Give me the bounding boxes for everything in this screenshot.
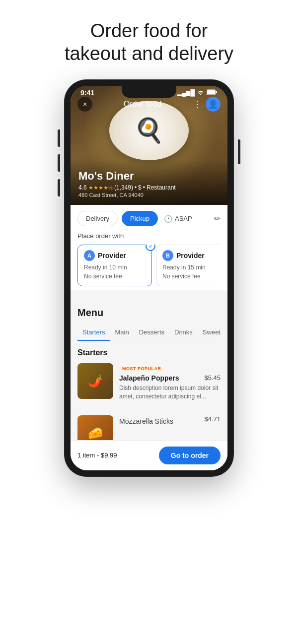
place-order-label: Place order with bbox=[77, 232, 221, 240]
provider-header-1: A Provider bbox=[84, 250, 146, 261]
bottom-order-bar: 1 item - $9.99 Go to order bbox=[71, 440, 227, 470]
item-name-1: Jalapeño Poppers bbox=[119, 374, 179, 382]
provider-badge-a: A bbox=[84, 250, 95, 261]
restaurant-address: 480 Cast Street, CA 94040 bbox=[78, 192, 220, 198]
separator2: • bbox=[143, 184, 145, 191]
user-icon: 👤 bbox=[208, 100, 218, 109]
menu-tabs: Starters Main Desserts Drinks Sweets & T… bbox=[77, 324, 221, 341]
svg-rect-1 bbox=[207, 90, 215, 94]
popular-badge: MOST POPULAR bbox=[119, 365, 164, 372]
stars-icon: ★★★★½ bbox=[88, 185, 113, 191]
restaurant-info-overlay: Mo's Diner 4.6 ★★★★½ (1,349) • $ • Resta… bbox=[71, 160, 227, 205]
asap-label: ASAP bbox=[175, 215, 192, 222]
selected-check-icon: ✓ bbox=[146, 245, 155, 251]
item-name-2: Mozzarella Sticks bbox=[119, 415, 173, 425]
asap-selector[interactable]: 🕐 ASAP bbox=[164, 215, 192, 223]
tab-drinks[interactable]: Drinks bbox=[169, 324, 198, 341]
volume-down-button bbox=[58, 154, 60, 172]
pickup-button[interactable]: Pickup bbox=[122, 211, 158, 226]
tab-sweets[interactable]: Sweets & Treats bbox=[198, 324, 221, 341]
provider-header-2: B Provider bbox=[162, 250, 221, 261]
svg-rect-2 bbox=[216, 91, 217, 93]
signal-icon: ▂▄▆█ bbox=[177, 89, 195, 96]
separator: • bbox=[135, 184, 137, 191]
notch bbox=[122, 86, 176, 98]
hero-image: 🍳 9:41 ▂▄▆█ bbox=[71, 86, 227, 205]
status-icons: ▂▄▆█ bbox=[177, 89, 218, 97]
content-area: Delivery Pickup 🕐 ASAP ✏ Place order wit… bbox=[71, 205, 227, 290]
tab-starters[interactable]: Starters bbox=[77, 324, 110, 341]
provider-name-2: Provider bbox=[176, 252, 205, 259]
top-navigation: × Order food ⋮ 👤 bbox=[71, 97, 227, 112]
top-actions: ⋮ 👤 bbox=[193, 97, 221, 112]
restaurant-rating: 4.6 ★★★★½ (1,349) • $ • Restaurant bbox=[78, 184, 220, 191]
providers-list: ✓ A Provider Ready in 10 min No service … bbox=[77, 245, 221, 290]
menu-item-1[interactable]: 🌶️ MOST POPULAR Jalapeño Poppers $5.45 D… bbox=[77, 363, 221, 408]
provider-card-1[interactable]: ✓ A Provider Ready in 10 min No service … bbox=[77, 245, 152, 286]
power-button bbox=[238, 139, 240, 164]
restaurant-type: Restaurant bbox=[147, 184, 176, 191]
user-account-button[interactable]: 👤 bbox=[206, 97, 221, 112]
restaurant-name: Mo's Diner bbox=[78, 170, 220, 183]
battery-icon bbox=[207, 89, 218, 97]
page-title: Order food for takeout and delivery bbox=[45, 0, 253, 80]
item-name-row-1: Jalapeño Poppers $5.45 bbox=[119, 374, 221, 382]
delivery-button[interactable]: Delivery bbox=[77, 211, 118, 226]
rating-number: 4.6 bbox=[78, 184, 87, 191]
item-price-2: $4.71 bbox=[204, 415, 221, 423]
review-count: (1,349) bbox=[114, 184, 133, 191]
provider-badge-b1: B bbox=[162, 250, 173, 261]
provider-ready-2: Ready in 15 min No service fee bbox=[162, 263, 221, 281]
screen-title: Order food bbox=[124, 100, 161, 109]
tab-main[interactable]: Main bbox=[110, 324, 134, 341]
item-image-1: 🌶️ bbox=[77, 363, 113, 399]
provider-ready-1: Ready in 10 min No service fee bbox=[84, 263, 146, 281]
delivery-pickup-toggle: Delivery Pickup 🕐 ASAP ✏ bbox=[77, 211, 221, 226]
menu-item-2[interactable]: 🧀 Mozzarella Sticks $4.71 bbox=[77, 415, 221, 440]
menu-section: Menu Starters Main Desserts Drinks Sweet… bbox=[71, 297, 227, 470]
menu-dots-icon[interactable]: ⋮ bbox=[193, 99, 202, 110]
wifi-icon bbox=[197, 89, 204, 97]
tab-desserts[interactable]: Desserts bbox=[134, 324, 169, 341]
item-name-row-2: Mozzarella Sticks $4.71 bbox=[119, 415, 221, 425]
item-image-2: 🧀 bbox=[77, 415, 113, 440]
edit-icon[interactable]: ✏ bbox=[214, 214, 221, 223]
menu-title: Menu bbox=[77, 307, 221, 319]
clock-icon: 🕐 bbox=[164, 215, 172, 223]
food-icon-1: 🌶️ bbox=[77, 363, 113, 399]
menu-content: Menu Starters Main Desserts Drinks Sweet… bbox=[71, 307, 227, 440]
provider-card-2[interactable]: B Provider Ready in 15 min No service fe… bbox=[156, 245, 221, 286]
price-tier: $ bbox=[138, 184, 142, 191]
item-price-1: $5.45 bbox=[204, 374, 221, 382]
status-time: 9:41 bbox=[80, 89, 94, 97]
provider-name-1: Provider bbox=[98, 252, 126, 259]
volume-up-button bbox=[58, 129, 60, 147]
order-summary: 1 item - $9.99 bbox=[77, 451, 117, 459]
silent-button bbox=[58, 179, 60, 196]
food-icon-2: 🧀 bbox=[77, 415, 113, 440]
phone-frame: 🍳 9:41 ▂▄▆█ bbox=[65, 80, 233, 476]
starters-heading: Starters bbox=[77, 348, 221, 357]
close-button[interactable]: × bbox=[77, 97, 92, 112]
item-desc-1: Dish description lorem ipsum dolor sit a… bbox=[119, 384, 221, 401]
go-to-order-button[interactable]: Go to order bbox=[159, 447, 221, 464]
item-info-1: MOST POPULAR Jalapeño Poppers $5.45 Dish… bbox=[119, 363, 221, 401]
item-info-2: Mozzarella Sticks $4.71 bbox=[119, 415, 221, 440]
